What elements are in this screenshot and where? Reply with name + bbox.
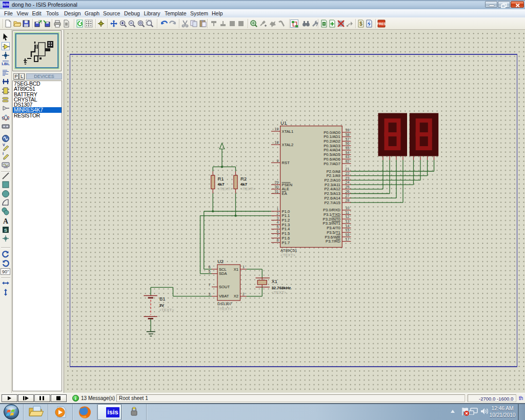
svg-text:39: 39 xyxy=(346,128,350,132)
svg-text:$: $ xyxy=(359,21,362,27)
svg-text:30: 30 xyxy=(275,185,279,189)
svg-text:P0.5/AD5: P0.5/AD5 xyxy=(324,152,340,157)
svg-text:4: 4 xyxy=(277,220,279,225)
svg-text:21: 21 xyxy=(346,167,350,171)
svg-text:X1: X1 xyxy=(272,278,278,284)
svg-text:3V: 3V xyxy=(159,303,165,308)
svg-text:EA: EA xyxy=(282,191,288,196)
svg-text:SOUT: SOUT xyxy=(219,285,230,289)
svg-text:P1.4: P1.4 xyxy=(282,227,290,231)
svg-text:P0.2/AD2: P0.2/AD2 xyxy=(324,139,340,144)
svg-text:VBAT: VBAT xyxy=(219,294,229,298)
svg-text:P0.3/AD3: P0.3/AD3 xyxy=(324,144,340,148)
svg-text:P0.0/AD0: P0.0/AD0 xyxy=(324,130,340,135)
svg-text:P1.7: P1.7 xyxy=(282,241,290,245)
svg-text:10: 10 xyxy=(346,206,350,210)
svg-text:3: 3 xyxy=(277,216,279,221)
svg-text:AT89C51: AT89C51 xyxy=(280,248,297,253)
svg-text:34: 34 xyxy=(346,150,350,155)
svg-text:15: 15 xyxy=(346,228,350,232)
svg-text:24: 24 xyxy=(346,180,350,185)
svg-text:1: 1 xyxy=(277,207,279,211)
svg-text:8: 8 xyxy=(277,238,279,243)
svg-text:27: 27 xyxy=(346,193,350,198)
svg-text:26: 26 xyxy=(346,189,350,194)
svg-text:22: 22 xyxy=(346,171,350,176)
svg-text:17: 17 xyxy=(346,237,350,242)
svg-text:XTAL2: XTAL2 xyxy=(282,143,294,147)
svg-text:35: 35 xyxy=(346,146,350,150)
svg-text:P1.5: P1.5 xyxy=(282,231,290,236)
svg-text:28: 28 xyxy=(346,198,350,203)
svg-text:P0.6/AD6: P0.6/AD6 xyxy=(324,157,340,162)
svg-text:P3.4/T0: P3.4/T0 xyxy=(327,226,340,230)
svg-text:R2: R2 xyxy=(240,176,247,182)
svg-text:7: 7 xyxy=(277,233,279,238)
svg-text:1: 1 xyxy=(243,265,245,269)
svg-text:I: I xyxy=(3,152,4,155)
svg-text:SCL: SCL xyxy=(219,267,227,272)
svg-text:<TEXT>: <TEXT> xyxy=(240,187,255,191)
svg-text:4k7: 4k7 xyxy=(218,182,225,187)
svg-text:P3.5/T1: P3.5/T1 xyxy=(327,230,340,235)
svg-text:P0.4/AD4: P0.4/AD4 xyxy=(324,148,340,152)
svg-text:9: 9 xyxy=(277,158,279,163)
svg-text:7: 7 xyxy=(209,283,211,287)
svg-text:RST: RST xyxy=(282,161,290,165)
svg-text:37: 37 xyxy=(346,137,350,142)
svg-text:32.768kHz: 32.768kHz xyxy=(272,286,291,290)
svg-text:P2.6/A14: P2.6/A14 xyxy=(325,196,340,201)
svg-text:18: 18 xyxy=(275,140,279,145)
svg-text:19: 19 xyxy=(275,127,279,131)
svg-text:U1: U1 xyxy=(280,120,287,126)
svg-text:P3.1/TXD: P3.1/TXD xyxy=(324,212,340,217)
svg-text:P1.6: P1.6 xyxy=(282,236,290,241)
svg-text:P3.3/INT1: P3.3/INT1 xyxy=(323,221,340,226)
svg-text:14: 14 xyxy=(346,224,350,228)
svg-text:<TEXT>: <TEXT> xyxy=(159,308,174,312)
svg-text:36: 36 xyxy=(346,141,350,146)
svg-text:<TEXT>: <TEXT> xyxy=(217,307,232,311)
svg-text:P1.3: P1.3 xyxy=(282,223,290,227)
svg-text:<TEXT>: <TEXT> xyxy=(280,253,295,257)
svg-text:<TEXT>: <TEXT> xyxy=(218,187,233,191)
svg-text:6: 6 xyxy=(277,229,279,234)
svg-text:V: V xyxy=(3,143,5,147)
svg-text:2: 2 xyxy=(277,211,279,216)
svg-text:25: 25 xyxy=(346,185,350,189)
svg-text:[LBL]: [LBL] xyxy=(2,62,10,66)
svg-text:B1: B1 xyxy=(159,296,166,302)
svg-text:4k7: 4k7 xyxy=(240,182,247,187)
svg-text:P0.7/AD7: P0.7/AD7 xyxy=(324,162,340,166)
svg-text:ALE: ALE xyxy=(282,187,289,191)
svg-text:29: 29 xyxy=(275,180,279,185)
svg-text:11: 11 xyxy=(346,210,349,215)
svg-text:P1.0: P1.0 xyxy=(282,209,290,214)
svg-text:6: 6 xyxy=(209,265,211,269)
svg-text:SDA: SDA xyxy=(219,271,228,276)
svg-text:12: 12 xyxy=(346,214,350,219)
svg-text:3: 3 xyxy=(209,292,211,296)
svg-text:P2.3/A11: P2.3/A11 xyxy=(325,183,340,187)
svg-text:X1: X1 xyxy=(234,267,238,272)
svg-text:P2.7/A15: P2.7/A15 xyxy=(325,201,340,205)
svg-text:P2.0/A8: P2.0/A8 xyxy=(327,169,340,174)
svg-text:P1.2: P1.2 xyxy=(282,218,290,223)
svg-text:P3.2/INT0: P3.2/INT0 xyxy=(323,217,340,222)
svg-text:U2: U2 xyxy=(217,258,224,264)
svg-text:P2.4/A12: P2.4/A12 xyxy=(325,187,340,191)
svg-text:23: 23 xyxy=(346,176,350,181)
svg-text:P1.1: P1.1 xyxy=(282,213,290,218)
svg-text:33: 33 xyxy=(346,154,350,159)
svg-text:P2.2/A10: P2.2/A10 xyxy=(325,178,340,183)
svg-text:P2.5/A13: P2.5/A13 xyxy=(325,191,340,196)
svg-text:<TEXT>: <TEXT> xyxy=(272,290,287,295)
svg-text:P2.1/A9: P2.1/A9 xyxy=(327,173,340,178)
svg-text:X2: X2 xyxy=(234,294,238,298)
svg-text:P3.6/WR: P3.6/WR xyxy=(325,235,340,239)
svg-text:S: S xyxy=(4,228,7,233)
svg-text:R1: R1 xyxy=(218,176,224,182)
svg-text:P3.7/RD: P3.7/RD xyxy=(326,239,340,244)
svg-text:31: 31 xyxy=(275,189,279,194)
svg-text:32: 32 xyxy=(346,159,350,164)
